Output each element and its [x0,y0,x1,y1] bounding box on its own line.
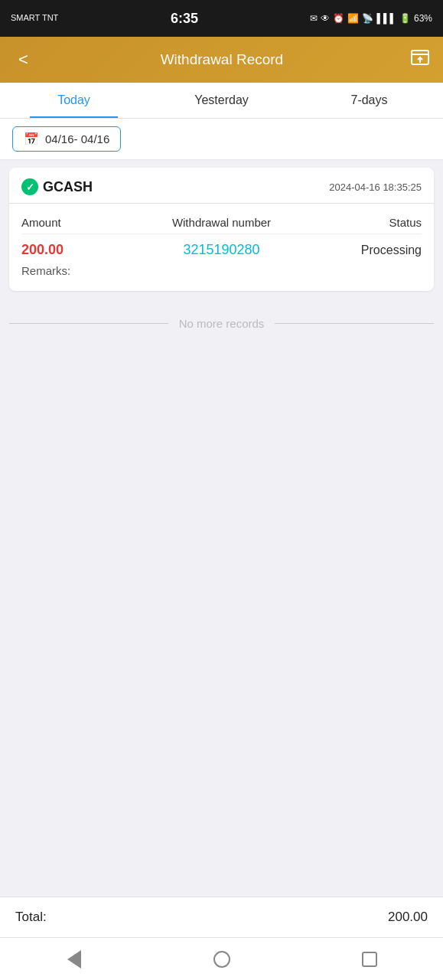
message-icon: ✉ [310,13,318,24]
signal-icon: ▌▌▌ [376,13,396,24]
date-filter-bar: 📅 04/16- 04/16 [0,119,443,160]
home-circle-icon [213,951,230,968]
back-triangle-icon [67,950,81,969]
total-bar: Total: 200.00 [0,897,443,937]
table-row: 200.00 3215190280 Processing [21,234,422,263]
record-status: Processing [316,243,422,257]
main-content: ✓ GCASH 2024-04-16 18:35:25 Amount Withd… [0,160,443,897]
wifi-icon: 📡 [362,13,373,24]
card-header: ✓ GCASH 2024-04-16 18:35:25 [9,168,434,204]
calendar-icon: 📅 [24,132,39,146]
tab-yesterday[interactable]: Yesterday [148,83,295,118]
upload-icon[interactable] [409,47,431,73]
divider-left [9,323,168,324]
date-range-label: 04/16- 04/16 [45,132,109,145]
col-amount-header: Amount [21,216,127,229]
battery-percent: 63% [414,13,432,24]
back-button[interactable]: < [12,47,34,73]
record-datetime: 2024-04-16 18:35:25 [329,181,422,193]
record-amount: 200.00 [21,242,127,258]
status-icons: ✉ 👁 ⏰ 📶 📡 ▌▌▌ 🔋 63% [310,13,432,24]
provider-label: ✓ GCASH [21,178,93,195]
no-more-label: No more records [179,317,265,330]
nav-home-button[interactable] [203,944,241,975]
battery-icon: 🔋 [399,13,411,24]
carrier-info: SMART TNT [11,13,58,23]
tab-today[interactable]: Today [0,83,148,118]
record-card: ✓ GCASH 2024-04-16 18:35:25 Amount Withd… [9,168,434,291]
record-table: Amount Withdrawal number Status 200.00 3… [9,204,434,291]
col-number-header: Withdrawal number [127,216,317,229]
record-remarks: Remarks: [21,263,422,280]
header: < Withdrawal Record [0,37,443,83]
nav-back-button[interactable] [55,944,93,975]
record-withdrawal-number: 3215190280 [127,242,317,258]
nav-bar [0,937,443,980]
status-bar: SMART TNT 6:35 ✉ 👁 ⏰ 📶 📡 ▌▌▌ 🔋 63% [0,0,443,37]
time-display: 6:35 [171,11,198,27]
recent-square-icon [362,952,377,967]
col-status-header: Status [316,216,422,229]
alarm-icon: ⏰ [333,13,344,24]
total-value: 200.00 [388,910,428,925]
tab-7days[interactable]: 7-days [295,83,443,118]
table-header-row: Amount Withdrawal number Status [21,211,422,234]
tabs-bar: Today Yesterday 7-days [0,83,443,119]
date-picker-button[interactable]: 📅 04/16- 04/16 [12,126,121,152]
no-more-records: No more records [9,299,434,338]
page-title: Withdrawal Record [161,51,284,68]
nav-recent-button[interactable] [350,944,389,975]
gcash-icon: ✓ [21,178,38,195]
eye-icon: 👁 [321,13,330,24]
divider-right [275,323,434,324]
sim-icon: 📶 [347,13,359,24]
total-label: Total: [15,910,47,925]
